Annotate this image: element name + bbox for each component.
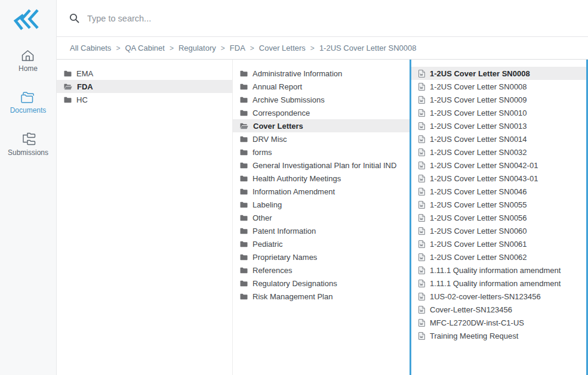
folder-label: Other	[253, 213, 272, 222]
folder-icon	[240, 175, 248, 182]
folder-icon	[240, 202, 248, 208]
document-icon	[418, 266, 425, 274]
folder-icon	[64, 70, 72, 77]
document-row[interactable]: 1-2US Cover Letter SN0060	[411, 224, 586, 237]
sidebar-nav: Home Documents Submissions	[8, 49, 48, 175]
app-logo[interactable]	[10, 5, 47, 35]
document-row[interactable]: 1-2US Cover Letter SN0014	[411, 132, 586, 145]
breadcrumb-item: FDA >	[230, 44, 259, 52]
document-icon	[418, 253, 425, 261]
folder-icon	[240, 110, 248, 116]
document-row[interactable]: Cover-Letter-SN123456	[411, 303, 586, 316]
folder-icon	[240, 97, 248, 103]
document-row[interactable]: 1US-02-cover-letters-SN123456	[411, 290, 586, 303]
document-label: 1-2US Cover Letter SN0010	[430, 109, 527, 117]
folder-row[interactable]: Labeling	[233, 198, 410, 211]
cabinet-list: EMA FDA	[57, 60, 233, 375]
breadcrumb-link[interactable]: QA Cabinet	[125, 44, 165, 52]
folder-row[interactable]: HC	[57, 93, 232, 106]
document-row[interactable]: 1-2US Cover Letter SN0008	[411, 80, 586, 93]
folder-row[interactable]: Annual Report	[233, 80, 410, 93]
folder-row[interactable]: Patent Information	[233, 224, 410, 237]
folder-row[interactable]: DRV Misc	[233, 132, 410, 145]
folder-label: Pediatric	[253, 240, 283, 249]
document-icon	[418, 201, 425, 209]
folder-row[interactable]: Regulatory Designations	[233, 277, 410, 290]
folder-row[interactable]: Correspondence	[233, 106, 410, 119]
document-label: 1-2US Cover Letter SN0008	[430, 82, 527, 91]
folder-row[interactable]: Pediatric	[233, 237, 410, 250]
sidebar-item-documents[interactable]: Documents	[10, 91, 47, 114]
document-icon	[418, 96, 425, 104]
document-row[interactable]: Training Meeting Request	[411, 329, 586, 342]
document-label: 1-2US Cover Letter SN0013	[430, 122, 527, 131]
folder-row[interactable]: Administrative Information	[233, 67, 410, 80]
search-input[interactable]	[87, 14, 450, 23]
document-row[interactable]: 1-2US Cover Letter SN0010	[411, 106, 586, 119]
document-row[interactable]: 1-2US Cover Letter SN0062	[411, 250, 586, 264]
breadcrumb-link[interactable]: 1-2US Cover Letter SN0008	[319, 44, 417, 52]
document-row[interactable]: 1.11.1 Quality information amendment	[411, 264, 586, 277]
folder-row[interactable]: Other	[233, 211, 410, 224]
document-label: 1-2US Cover Letter SN0062	[430, 253, 527, 262]
breadcrumb-item: All Cabinets >	[70, 44, 125, 52]
document-row[interactable]: 1.11.1 Quality information amendment	[411, 277, 586, 290]
folder-row[interactable]: Information Amendment	[233, 185, 410, 198]
breadcrumb-link[interactable]: FDA	[230, 44, 245, 52]
folder-row[interactable]: General Investigational Plan for Initial…	[233, 159, 410, 172]
document-row[interactable]: 1-2US Cover Letter SN0043-01	[411, 172, 586, 185]
folder-row[interactable]: Proprietary Names	[233, 250, 410, 264]
folder-label: forms	[253, 148, 272, 157]
folder-label: General Investigational Plan for Initial…	[253, 161, 396, 170]
folder-row[interactable]: Cover Letters	[233, 119, 410, 132]
document-row[interactable]: 1-2US Cover Letter SN0008	[411, 67, 586, 80]
folder-row[interactable]: Risk Management Plan	[233, 290, 410, 303]
folder-row[interactable]: FDA	[57, 80, 232, 93]
breadcrumb-separator: >	[250, 44, 254, 52]
sidebar: Home Documents Submissions	[0, 0, 57, 375]
document-row[interactable]: 1-2US Cover Letter SN0032	[411, 145, 586, 159]
folder-row[interactable]: References	[233, 264, 410, 277]
document-label: 1-2US Cover Letter SN0060	[430, 227, 527, 235]
folder-label: Annual Report	[253, 82, 302, 91]
document-row[interactable]: 1-2US Cover Letter SN0056	[411, 211, 586, 224]
breadcrumb-item: QA Cabinet >	[125, 44, 178, 52]
breadcrumb-link[interactable]: Cover Letters	[259, 44, 306, 52]
folder-list: Administrative Information Annual Report	[233, 60, 410, 375]
folder-label: Proprietary Names	[253, 253, 317, 262]
document-row[interactable]: 1-2US Cover Letter SN0013	[411, 119, 586, 132]
folder-row[interactable]: Health Authority Meetings	[233, 172, 410, 185]
sidebar-item-label: Documents	[10, 106, 47, 114]
document-icon	[418, 83, 425, 91]
document-icon	[418, 332, 425, 340]
sidebar-item-submissions[interactable]: Submissions	[8, 132, 48, 157]
folder-row[interactable]: forms	[233, 145, 410, 159]
folder-row[interactable]: Archive Submissions	[233, 93, 410, 106]
folder-row[interactable]: EMA	[57, 67, 232, 80]
document-label: 1.11.1 Quality information amendment	[430, 279, 561, 288]
document-icon	[418, 214, 425, 222]
folder-label: Archive Submissions	[253, 95, 325, 104]
document-row[interactable]: 1-2US Cover Letter SN0055	[411, 198, 586, 211]
document-row[interactable]: 1-2US Cover Letter SN0009	[411, 93, 586, 106]
folder-icon	[240, 228, 248, 234]
document-icon	[418, 70, 425, 78]
folder-label: Information Amendment	[253, 187, 335, 196]
folder-icon	[240, 241, 248, 247]
document-label: Training Meeting Request	[430, 331, 518, 340]
breadcrumb-link[interactable]: All Cabinets	[70, 44, 111, 52]
sidebar-item-home[interactable]: Home	[19, 49, 38, 73]
document-label: MFC-L2720DW-inst-C1-US	[430, 318, 524, 327]
document-row[interactable]: MFC-L2720DW-inst-C1-US	[411, 316, 586, 329]
app-root: Home Documents Submissions	[0, 0, 588, 375]
document-icon	[418, 319, 425, 327]
document-row[interactable]: 1-2US Cover Letter SN0042-01	[411, 159, 586, 172]
breadcrumb-link[interactable]: Regulatory	[178, 44, 216, 52]
folder-label: Regulatory Designations	[253, 279, 337, 288]
document-row[interactable]: 1-2US Cover Letter SN0046	[411, 185, 586, 198]
document-label: 1-2US Cover Letter SN0043-01	[430, 174, 538, 183]
breadcrumb-item: 1-2US Cover Letter SN0008 >	[319, 44, 417, 52]
document-icon	[418, 306, 425, 314]
folder-label: HC	[76, 95, 88, 104]
document-row[interactable]: 1-2US Cover Letter SN0061	[411, 237, 586, 250]
